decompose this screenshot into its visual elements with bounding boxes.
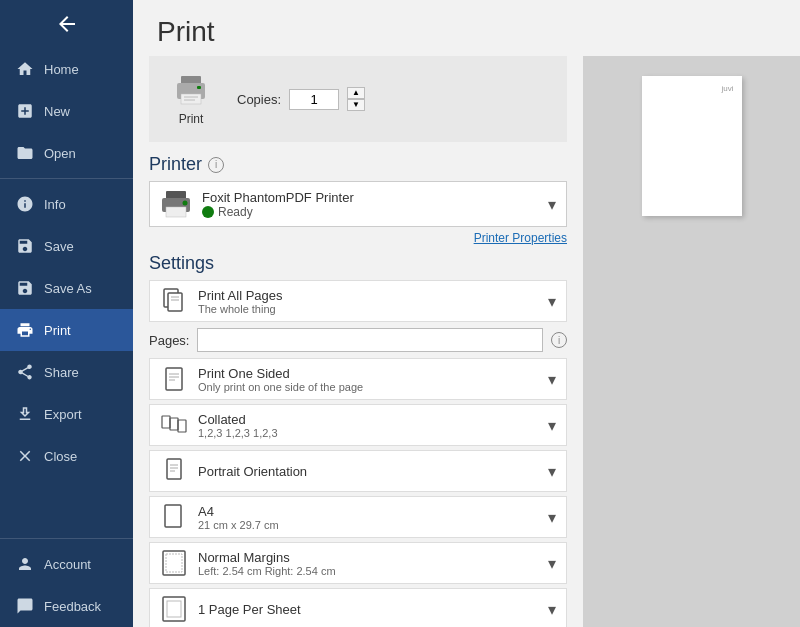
main-content: Print Print <box>133 0 800 627</box>
setting-info-5: Normal Margins Left: 2.54 cm Right: 2.54… <box>198 550 538 577</box>
svg-rect-21 <box>167 459 181 479</box>
print-icon <box>173 72 209 108</box>
setting-name-3: Portrait Orientation <box>198 464 538 479</box>
setting-name-6: 1 Page Per Sheet <box>198 602 538 617</box>
collated-icon <box>160 411 188 439</box>
setting-row-4[interactable]: A4 21 cm x 29.7 cm ▾ <box>149 496 567 538</box>
sidebar-item-new-label: New <box>44 104 70 119</box>
settings-panel: Print Copies: ▲ ▼ Printer i <box>133 56 583 627</box>
sidebar-item-share[interactable]: Share <box>0 351 133 393</box>
copies-up-button[interactable]: ▲ <box>347 87 365 99</box>
printer-device-icon <box>160 188 192 220</box>
sidebar-item-close[interactable]: Close <box>0 435 133 477</box>
setting-row-2[interactable]: Collated 1,2,3 1,2,3 1,2,3 ▾ <box>149 404 567 446</box>
printer-status: Ready <box>202 205 538 219</box>
print-btn-section: Print Copies: ▲ ▼ <box>149 56 567 142</box>
printer-selector[interactable]: Foxit PhantomPDF Printer Ready ▾ <box>149 181 567 227</box>
setting-info-2: Collated 1,2,3 1,2,3 1,2,3 <box>198 412 538 439</box>
setting-row-5[interactable]: Normal Margins Left: 2.54 cm Right: 2.54… <box>149 542 567 584</box>
sidebar-item-print[interactable]: Print <box>0 309 133 351</box>
setting-arrow-4: ▾ <box>548 508 556 527</box>
page-title: Print <box>133 0 800 56</box>
sidebar-item-account-label: Account <box>44 557 91 572</box>
setting-info-1: Print One Sided Only print on one side o… <box>198 366 538 393</box>
setting-desc-2: 1,2,3 1,2,3 1,2,3 <box>198 427 538 439</box>
printer-status-text: Ready <box>218 205 253 219</box>
sidebar-spacer <box>0 477 133 534</box>
setting-desc-5: Left: 2.54 cm Right: 2.54 cm <box>198 565 538 577</box>
copies-row: Copies: ▲ ▼ <box>237 87 365 111</box>
svg-rect-20 <box>178 420 186 432</box>
pages-row: Pages: i <box>149 326 567 354</box>
setting-name-1: Print One Sided <box>198 366 538 381</box>
page-preview: juvi <box>642 76 742 216</box>
back-button[interactable] <box>0 0 133 48</box>
print-button-label: Print <box>179 112 204 126</box>
printer-properties-link[interactable]: Printer Properties <box>149 231 567 245</box>
sidebar-item-save-as-label: Save As <box>44 281 92 296</box>
sidebar-item-save[interactable]: Save <box>0 225 133 267</box>
copies-label: Copies: <box>237 92 281 107</box>
setting-name-0: Print All Pages <box>198 288 538 303</box>
svg-rect-25 <box>165 505 181 527</box>
orientation-icon <box>160 457 188 485</box>
setting-row-1[interactable]: Print One Sided Only print on one side o… <box>149 358 567 400</box>
sidebar-item-home[interactable]: Home <box>0 48 133 90</box>
sidebar-item-home-label: Home <box>44 62 79 77</box>
sidebar-item-export-label: Export <box>44 407 82 422</box>
preview-area: juvi <box>583 56 800 627</box>
svg-rect-14 <box>166 368 182 390</box>
sidebar-item-open-label: Open <box>44 146 76 161</box>
print-button[interactable]: Print <box>165 68 217 130</box>
copies-spinners: ▲ ▼ <box>347 87 365 111</box>
setting-arrow-5: ▾ <box>548 554 556 573</box>
paper-icon <box>160 503 188 531</box>
copies-input[interactable] <box>289 89 339 110</box>
setting-desc-4: 21 cm x 29.7 cm <box>198 519 538 531</box>
settings-header-label: Settings <box>149 253 214 274</box>
svg-rect-27 <box>166 554 182 572</box>
sidebar-item-close-label: Close <box>44 449 77 464</box>
sidebar-item-save-label: Save <box>44 239 74 254</box>
pages-input[interactable] <box>197 328 543 352</box>
copies-down-button[interactable]: ▼ <box>347 99 365 111</box>
sidebar-divider-2 <box>0 538 133 539</box>
pages-label: Pages: <box>149 333 189 348</box>
one-sided-icon <box>160 365 188 393</box>
setting-info-6: 1 Page Per Sheet <box>198 602 538 617</box>
sidebar-item-feedback-label: Feedback <box>44 599 101 614</box>
sidebar-item-export[interactable]: Export <box>0 393 133 435</box>
setting-name-4: A4 <box>198 504 538 519</box>
sidebar-item-save-as[interactable]: Save As <box>0 267 133 309</box>
pages-icon <box>160 287 188 315</box>
svg-rect-29 <box>167 601 181 617</box>
sidebar-item-feedback[interactable]: Feedback <box>0 585 133 627</box>
printer-header-label: Printer <box>149 154 202 175</box>
sidebar-item-info-label: Info <box>44 197 66 212</box>
svg-rect-11 <box>168 293 182 311</box>
svg-rect-2 <box>181 94 201 104</box>
pages-info-icon[interactable]: i <box>551 332 567 348</box>
setting-arrow-2: ▾ <box>548 416 556 435</box>
printer-dropdown-arrow: ▾ <box>548 195 556 214</box>
setting-row-6[interactable]: 1 Page Per Sheet ▾ <box>149 588 567 627</box>
ready-dot <box>202 206 214 218</box>
setting-row-3[interactable]: Portrait Orientation ▾ <box>149 450 567 492</box>
content-area: Print Copies: ▲ ▼ Printer i <box>133 56 800 627</box>
printer-info-icon[interactable]: i <box>208 157 224 173</box>
sidebar-item-new[interactable]: New <box>0 90 133 132</box>
setting-row-0[interactable]: Print All Pages The whole thing ▾ <box>149 280 567 322</box>
setting-info-3: Portrait Orientation <box>198 464 538 479</box>
printer-name: Foxit PhantomPDF Printer <box>202 190 538 205</box>
sidebar-item-info[interactable]: Info <box>0 183 133 225</box>
setting-arrow-1: ▾ <box>548 370 556 389</box>
settings-section-header: Settings <box>149 253 567 274</box>
svg-rect-8 <box>166 207 186 217</box>
setting-name-5: Normal Margins <box>198 550 538 565</box>
pages-per-sheet-icon <box>160 595 188 623</box>
sidebar-item-open[interactable]: Open <box>0 132 133 174</box>
svg-rect-19 <box>170 418 178 430</box>
setting-name-2: Collated <box>198 412 538 427</box>
sidebar-item-account[interactable]: Account <box>0 543 133 585</box>
printer-info: Foxit PhantomPDF Printer Ready <box>202 190 538 219</box>
